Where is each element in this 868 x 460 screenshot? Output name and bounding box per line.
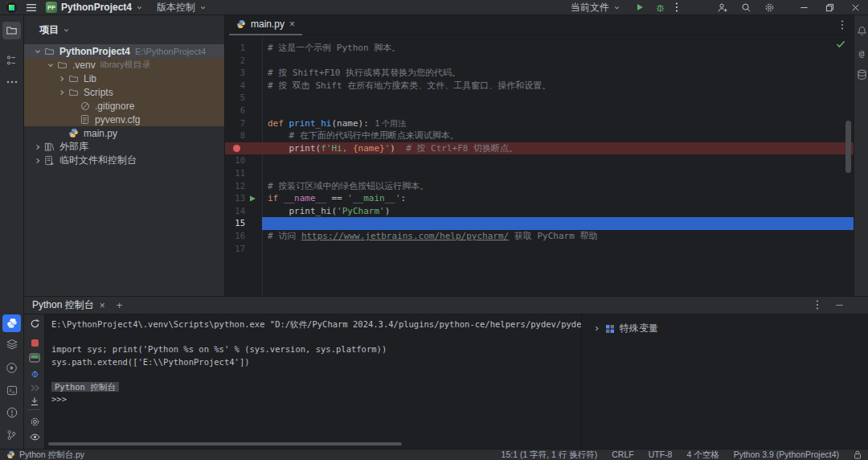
code-line-12[interactable]: 12# 按装订区域中的绿色按钮以运行脚本。 — [225, 180, 854, 193]
code-area[interactable]: 1# 这是一个示例 Python 脚本。23# 按 Shift+F10 执行或将… — [225, 35, 854, 296]
code-line-15[interactable]: 15 — [225, 217, 854, 230]
debug-console-icon[interactable] — [28, 367, 41, 380]
search-icon[interactable] — [741, 0, 751, 14]
gutter[interactable]: 7 — [225, 117, 262, 130]
tree-item[interactable]: pyvenv.cfg — [24, 113, 224, 126]
gutter[interactable] — [225, 142, 262, 155]
minimize-icon[interactable] — [794, 0, 813, 14]
more-icon[interactable] — [2, 73, 21, 91]
editor-more-icon[interactable] — [841, 19, 844, 31]
more-icon[interactable] — [675, 0, 678, 14]
vcs-widget[interactable]: 版本控制 — [157, 1, 207, 14]
tree-item[interactable]: main.py — [24, 126, 224, 140]
code-line-8[interactable]: 8 # 在下面的代码行中使用断点来调试脚本。 — [225, 129, 854, 142]
status-item[interactable]: Python 3.9 (PythonProject4) — [734, 450, 839, 460]
tree-item[interactable]: .gitignore — [24, 99, 224, 113]
gutter[interactable]: 5 — [225, 92, 262, 105]
debug-icon[interactable] — [655, 0, 665, 14]
gutter[interactable]: 3 — [225, 67, 262, 80]
project-panel-header[interactable]: 项目 — [24, 15, 224, 44]
status-item[interactable]: 15:1 (1 字符, 1 行 换行符) — [502, 450, 598, 460]
gutter[interactable]: 15 — [225, 217, 262, 230]
code-line-4[interactable]: 4# 按 双击 Shift 在所有地方搜索类、文件、工具窗口、操作和设置。 — [225, 80, 854, 92]
breakpoint-icon[interactable] — [233, 145, 240, 152]
gutter[interactable]: 11 — [225, 167, 262, 180]
chevron-closed-icon[interactable] — [56, 75, 68, 83]
gutter[interactable]: 12 — [225, 180, 262, 193]
run-icon[interactable] — [635, 0, 645, 14]
restore-icon[interactable] — [820, 0, 839, 14]
console-output[interactable]: E:\PythonProject4\.venv\Scripts\python.e… — [46, 314, 581, 449]
services-icon[interactable] — [2, 335, 21, 353]
code-line-5[interactable]: 5 — [225, 92, 854, 105]
readonly-lock-icon[interactable] — [854, 450, 862, 459]
structure-icon[interactable] — [2, 51, 21, 69]
git-icon[interactable] — [2, 426, 21, 444]
console-more-icon[interactable] — [816, 299, 819, 310]
chevron-open-icon[interactable] — [45, 61, 56, 69]
gutter[interactable]: 17 — [225, 243, 262, 256]
hamburger-menu-icon[interactable] — [26, 0, 37, 14]
code-line-1[interactable]: 1# 这是一个示例 Python 脚本。 — [225, 42, 854, 55]
gutter[interactable]: 1 — [225, 42, 262, 55]
pycharm-logo[interactable] — [6, 0, 17, 14]
python-console-icon[interactable] — [2, 314, 21, 332]
problems-icon[interactable] — [2, 404, 21, 421]
code-line-3[interactable]: 3# 按 Shift+F10 执行或将其替换为您的代码。 — [225, 67, 854, 80]
tree-item[interactable]: Scripts — [24, 85, 224, 99]
status-item[interactable]: UTF-8 — [649, 450, 673, 460]
attach-console-icon[interactable] — [28, 351, 41, 364]
close-icon[interactable] — [845, 0, 865, 14]
status-item[interactable]: CRLF — [612, 450, 633, 460]
special-variables-row[interactable]: 特殊变量 — [582, 314, 868, 335]
chevron-open-icon[interactable] — [32, 47, 43, 55]
editor-scrollbar[interactable] — [845, 121, 851, 173]
database-icon[interactable] — [856, 68, 867, 81]
tree-item[interactable]: 外部库 — [24, 140, 224, 154]
code-line-9[interactable]: print(f'Hi, {name}') # 按 Ctrl+F8 切换断点。 — [225, 142, 854, 155]
run-config-widget[interactable]: 当前文件 — [571, 1, 620, 14]
project-folder-icon[interactable] — [2, 22, 21, 39]
close-tab-icon[interactable]: × — [100, 301, 105, 310]
ai-assistant-icon[interactable]: @ — [856, 47, 867, 60]
tab-python-console[interactable]: Python 控制台 × — [32, 298, 105, 312]
code-line-16[interactable]: 16# 访问 https://www.jetbrains.com/help/py… — [225, 230, 854, 243]
gutter[interactable]: 4 — [225, 80, 262, 92]
tree-item[interactable]: Lib — [24, 72, 224, 85]
tree-item[interactable]: PythonProject4E:\PythonProject4 — [24, 44, 224, 58]
gutter[interactable]: 6 — [225, 105, 262, 117]
chevron-closed-icon[interactable] — [56, 88, 68, 97]
run-gutter-icon[interactable] — [248, 194, 257, 203]
gutter[interactable]: 14 — [225, 205, 262, 218]
gutter[interactable]: 13 — [225, 192, 262, 205]
notifications-bell-icon[interactable] — [856, 24, 867, 37]
hide-panel-icon[interactable] — [835, 301, 844, 310]
code-line-14[interactable]: 14 print_hi('PyCharm') — [225, 205, 854, 218]
gutter[interactable]: 8 — [225, 129, 262, 142]
tab-main-py[interactable]: main.py × — [229, 15, 302, 35]
code-line-10[interactable]: 10 — [225, 154, 854, 167]
code-line-17[interactable]: 17 — [225, 243, 854, 256]
code-line-2[interactable]: 2 — [225, 55, 854, 68]
gutter[interactable]: 10 — [225, 154, 262, 167]
add-user-icon[interactable] — [717, 0, 728, 14]
new-console-tab-icon[interactable]: + — [117, 299, 123, 311]
execute-icon[interactable] — [28, 381, 41, 394]
terminal-icon[interactable] — [2, 381, 21, 399]
tree-item[interactable]: 临时文件和控制台 — [24, 154, 224, 167]
close-tab-icon[interactable]: × — [289, 19, 295, 29]
status-item[interactable]: 4 个空格 — [686, 450, 719, 460]
settings-icon[interactable] — [764, 0, 775, 14]
scroll-to-end-icon[interactable] — [28, 395, 41, 408]
chevron-closed-icon[interactable] — [32, 143, 43, 151]
view-options-icon[interactable] — [28, 430, 41, 443]
settings-gear-icon[interactable] — [28, 415, 41, 428]
tree-item[interactable]: .venvlibrary根目录 — [24, 58, 224, 72]
code-line-7[interactable]: 7def print_hi(name):1 个用法 — [225, 117, 854, 130]
code-line-11[interactable]: 11 — [225, 167, 854, 180]
status-file-widget[interactable]: Python 控制台.py — [6, 450, 84, 460]
run-window-icon[interactable] — [2, 359, 21, 376]
inspection-ok-icon[interactable] — [836, 40, 845, 48]
gutter[interactable]: 2 — [225, 55, 262, 68]
gutter[interactable]: 16 — [225, 230, 262, 243]
